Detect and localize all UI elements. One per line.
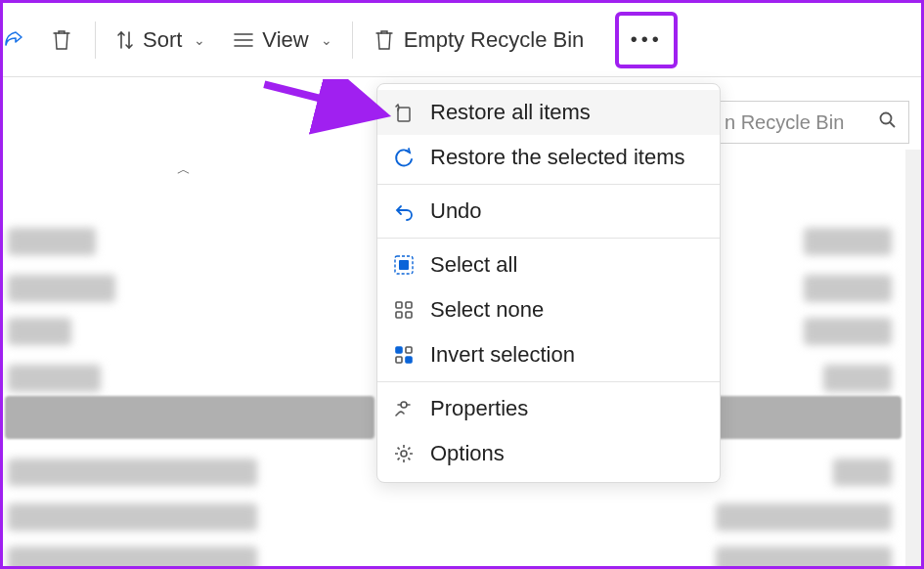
properties-icon bbox=[393, 398, 415, 419]
menu-label: Select none bbox=[430, 297, 544, 323]
list-item bbox=[8, 503, 257, 531]
list-item bbox=[716, 503, 892, 531]
options-icon bbox=[393, 443, 415, 464]
list-item-selected[interactable] bbox=[5, 396, 374, 439]
restore-all-icon bbox=[393, 102, 415, 123]
menu-select-none[interactable]: Select none bbox=[377, 287, 720, 332]
svg-rect-13 bbox=[406, 347, 412, 353]
svg-line-4 bbox=[890, 122, 895, 127]
sort-button[interactable]: Sort ⌄ bbox=[102, 17, 219, 64]
menu-label: Options bbox=[430, 441, 505, 466]
list-item bbox=[8, 318, 71, 345]
menu-separator bbox=[377, 381, 720, 382]
toolbar-divider bbox=[352, 22, 353, 59]
menu-separator bbox=[377, 184, 720, 185]
share-button[interactable] bbox=[3, 17, 34, 64]
svg-rect-10 bbox=[396, 312, 402, 318]
search-icon bbox=[879, 111, 897, 134]
more-icon: ••• bbox=[631, 28, 663, 51]
sort-icon bbox=[115, 29, 135, 51]
svg-rect-11 bbox=[406, 312, 412, 318]
list-item bbox=[823, 365, 892, 392]
menu-separator bbox=[377, 238, 720, 239]
restore-selected-icon bbox=[393, 147, 415, 168]
svg-rect-12 bbox=[396, 347, 402, 353]
chevron-down-icon: ⌄ bbox=[194, 32, 205, 48]
list-item bbox=[8, 365, 101, 392]
menu-select-all[interactable]: Select all bbox=[377, 242, 720, 287]
sort-label: Sort bbox=[143, 27, 182, 53]
trash-icon bbox=[50, 27, 73, 53]
svg-point-3 bbox=[881, 113, 892, 124]
share-icon bbox=[3, 28, 26, 52]
list-item bbox=[804, 275, 892, 302]
empty-recycle-bin-button[interactable]: Empty Recycle Bin bbox=[359, 17, 598, 64]
list-item bbox=[833, 459, 892, 486]
menu-invert-selection[interactable]: Invert selection bbox=[377, 332, 720, 377]
menu-label: Restore the selected items bbox=[430, 145, 684, 170]
svg-rect-8 bbox=[396, 302, 402, 308]
invert-selection-icon bbox=[393, 344, 415, 366]
list-item bbox=[804, 318, 892, 345]
list-item bbox=[804, 228, 892, 255]
list-item bbox=[8, 547, 257, 569]
chevron-up-icon[interactable]: ︿ bbox=[177, 161, 191, 179]
view-icon bbox=[233, 30, 254, 50]
toolbar-divider bbox=[95, 22, 96, 59]
svg-rect-9 bbox=[406, 302, 412, 308]
menu-options[interactable]: Options bbox=[377, 431, 720, 476]
chevron-down-icon: ⌄ bbox=[321, 32, 332, 48]
menu-undo[interactable]: Undo bbox=[377, 189, 720, 234]
view-button[interactable]: View ⌄ bbox=[219, 17, 345, 64]
delete-button[interactable] bbox=[34, 17, 89, 64]
svg-point-17 bbox=[401, 451, 407, 457]
search-placeholder: n Recycle Bin bbox=[725, 111, 844, 134]
menu-restore-all[interactable]: Restore all items bbox=[377, 90, 720, 135]
menu-label: Properties bbox=[430, 396, 528, 421]
scrollbar-track[interactable] bbox=[905, 150, 921, 566]
list-item bbox=[8, 459, 257, 486]
svg-rect-7 bbox=[399, 260, 409, 270]
menu-label: Invert selection bbox=[430, 342, 575, 368]
list-item bbox=[8, 275, 115, 302]
menu-label: Undo bbox=[430, 198, 482, 224]
context-menu: Restore all items Restore the selected i… bbox=[376, 83, 721, 483]
more-button[interactable]: ••• bbox=[615, 12, 678, 68]
menu-label: Select all bbox=[430, 252, 517, 278]
select-all-icon bbox=[393, 254, 415, 276]
list-item bbox=[716, 547, 892, 569]
menu-label: Restore all items bbox=[430, 100, 591, 125]
svg-rect-5 bbox=[398, 108, 410, 121]
select-none-icon bbox=[393, 299, 415, 321]
menu-properties[interactable]: Properties bbox=[377, 386, 720, 431]
empty-recycle-bin-label: Empty Recycle Bin bbox=[404, 27, 585, 53]
search-input[interactable]: n Recycle Bin bbox=[714, 101, 909, 144]
menu-restore-selected[interactable]: Restore the selected items bbox=[377, 135, 720, 180]
svg-rect-14 bbox=[396, 357, 402, 363]
trash-icon bbox=[373, 27, 396, 53]
svg-line-18 bbox=[264, 84, 376, 112]
view-label: View bbox=[262, 27, 308, 53]
list-item-selected bbox=[716, 396, 902, 439]
svg-rect-15 bbox=[406, 357, 412, 363]
list-item bbox=[8, 228, 96, 255]
undo-icon bbox=[393, 200, 415, 222]
svg-point-16 bbox=[401, 402, 407, 408]
toolbar: Sort ⌄ View ⌄ Empty Recycle Bin ••• bbox=[3, 3, 921, 77]
